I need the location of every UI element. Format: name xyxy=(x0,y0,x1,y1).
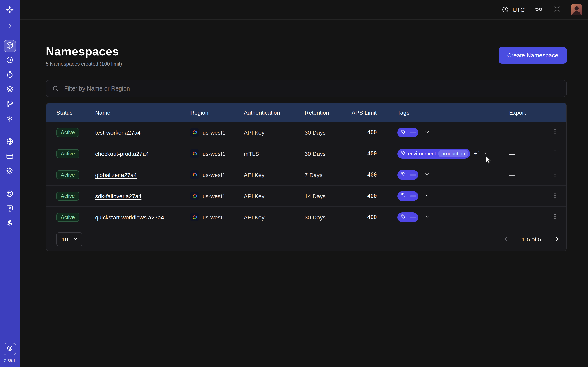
google-cloud-icon xyxy=(190,170,199,179)
name-cell: quickstart-workflows.a27a4 xyxy=(95,214,190,220)
tag-expand-chevron[interactable] xyxy=(424,171,430,178)
sidebar-item-settings[interactable] xyxy=(4,166,16,178)
theme-toggle-button[interactable] xyxy=(553,5,561,15)
tag-value xyxy=(410,195,416,197)
namespace-link[interactable]: quickstart-workflows.a27a4 xyxy=(95,214,164,220)
tag-key: environment xyxy=(408,151,436,156)
page-subtitle: 5 Namespaces created (100 limit) xyxy=(46,61,122,67)
google-cloud-icon xyxy=(190,213,199,221)
auth-cell: API Key xyxy=(244,171,305,178)
region-cell: us-west1 xyxy=(190,128,244,137)
table-row: Active quickstart-workflows.a27a4 us-wes… xyxy=(46,206,566,227)
name-cell: checkout-prod.a27a4 xyxy=(95,150,190,157)
usage-button[interactable] xyxy=(4,343,16,355)
table-footer: 10 1-5 of 5 xyxy=(46,227,566,251)
create-namespace-button[interactable]: Create Namespace xyxy=(499,47,567,64)
table-row: Active globalizer.a27a4 us-west1 API Key… xyxy=(46,164,566,185)
glasses-icon xyxy=(535,4,543,15)
pagination: 1-5 of 5 xyxy=(504,235,559,244)
sidebar-item-support[interactable] xyxy=(4,188,16,201)
namespace-link[interactable]: sdk-failover.a27a4 xyxy=(95,193,141,199)
namespace-link[interactable]: globalizer.a27a4 xyxy=(95,171,137,178)
sidebar-item-namespaces[interactable] xyxy=(4,40,16,52)
kebab-menu-button[interactable] xyxy=(549,148,561,159)
search-bar xyxy=(46,80,567,97)
auth-cell: API Key xyxy=(244,129,305,136)
region-label: us-west1 xyxy=(203,171,225,178)
arrow-right-icon xyxy=(552,235,559,244)
kebab-menu-button[interactable] xyxy=(549,190,561,202)
namespace-link[interactable]: checkout-prod.a27a4 xyxy=(95,150,149,157)
kebab-menu-button[interactable] xyxy=(549,211,561,223)
region-cell: us-west1 xyxy=(190,149,244,158)
auth-cell: API Key xyxy=(244,214,305,220)
sidebar-item-asterisk[interactable] xyxy=(4,113,16,125)
temporal-logo-icon[interactable] xyxy=(5,5,15,16)
tag-icon xyxy=(401,214,406,220)
timer-icon xyxy=(6,71,14,80)
status-badge: Active xyxy=(56,149,79,158)
sidebar-item-target[interactable] xyxy=(4,55,16,67)
tag-icon xyxy=(401,150,406,157)
tag-chip[interactable] xyxy=(397,191,418,201)
export-cell: — xyxy=(499,171,544,178)
dots-vertical-icon xyxy=(551,149,559,158)
chevron-down-icon xyxy=(73,236,78,243)
aps-limit-cell: 400 xyxy=(352,172,378,178)
sidebar-item-docs[interactable] xyxy=(4,203,16,215)
name-cell: globalizer.a27a4 xyxy=(95,171,190,178)
actions-cell xyxy=(544,169,566,180)
tag-chip[interactable] xyxy=(397,127,418,137)
timezone-button[interactable]: UTC xyxy=(502,6,525,13)
tag-expand-chevron[interactable] xyxy=(424,129,430,136)
sidebar-expand-button[interactable] xyxy=(4,21,16,32)
labs-glasses-button[interactable] xyxy=(535,4,543,15)
retention-cell: 30 Days xyxy=(305,150,352,157)
dots-vertical-icon xyxy=(551,128,559,137)
sidebar-item-getting-started[interactable] xyxy=(4,218,16,230)
status-badge: Active xyxy=(56,170,79,179)
branch-icon xyxy=(6,100,14,110)
sidebar-item-stack[interactable] xyxy=(4,84,16,96)
status-badge: Active xyxy=(56,213,79,222)
retention-cell: 30 Days xyxy=(305,129,352,136)
prev-page-button[interactable] xyxy=(504,235,511,244)
status-badge: Active xyxy=(56,192,79,200)
monitor-icon xyxy=(6,204,14,214)
tag-expand-chevron[interactable] xyxy=(424,192,430,200)
sidebar: 2.35.1 xyxy=(0,0,20,367)
pagination-range: 1-5 of 5 xyxy=(522,236,541,243)
sidebar-nav xyxy=(4,40,16,230)
sidebar-item-billing[interactable] xyxy=(4,151,16,163)
namespace-link[interactable]: test-worker.a27a4 xyxy=(95,129,141,136)
tag-chip[interactable] xyxy=(397,212,418,222)
dots-vertical-icon xyxy=(551,213,559,221)
next-page-button[interactable] xyxy=(552,235,559,244)
status-cell: Active xyxy=(56,192,95,200)
retention-cell: 14 Days xyxy=(305,193,352,199)
region-label: us-west1 xyxy=(203,214,225,220)
sidebar-item-schedules[interactable] xyxy=(4,69,16,82)
sidebar-item-nexus[interactable] xyxy=(4,99,16,111)
namespaces-table: Status Name Region Authentication Retent… xyxy=(46,103,567,251)
google-cloud-icon xyxy=(190,128,199,137)
tag-chip[interactable]: environment production xyxy=(397,149,470,158)
actions-cell xyxy=(544,211,566,223)
tag-icon xyxy=(401,172,406,178)
kebab-menu-button[interactable] xyxy=(549,127,561,138)
sidebar-item-cloud[interactable] xyxy=(4,136,16,149)
tag-expand-chevron[interactable] xyxy=(483,150,488,157)
tag-expand-chevron[interactable] xyxy=(424,214,430,221)
search-input[interactable] xyxy=(63,85,561,92)
aps-limit-cell: 400 xyxy=(352,193,378,199)
tag-group: environment production +1 xyxy=(397,149,488,158)
actions-cell xyxy=(544,127,566,138)
export-cell: — xyxy=(499,129,544,136)
tag-chip[interactable] xyxy=(397,170,418,180)
table-row: Active checkout-prod.a27a4 us-west1 mTLS… xyxy=(46,143,566,164)
main-content: Namespaces 5 Namespaces created (100 lim… xyxy=(20,20,588,367)
page-size-select[interactable]: 10 xyxy=(56,233,82,246)
kebab-menu-button[interactable] xyxy=(549,169,561,180)
avatar[interactable] xyxy=(571,4,582,15)
lifebuoy-icon xyxy=(6,190,14,200)
